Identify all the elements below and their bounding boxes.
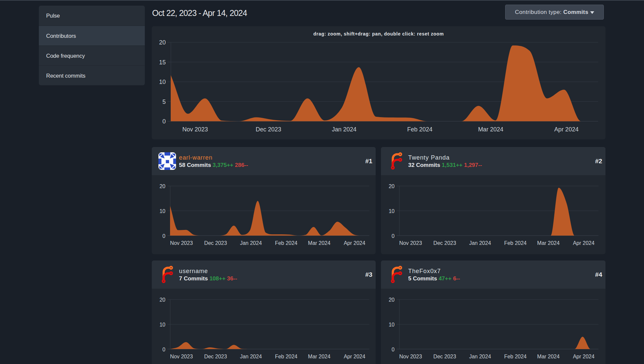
- svg-text:20: 20: [389, 183, 395, 189]
- svg-text:Feb 2024: Feb 2024: [504, 354, 527, 359]
- svg-text:0: 0: [162, 233, 165, 239]
- svg-text:Jan 2024: Jan 2024: [240, 240, 262, 246]
- svg-text:Feb 2024: Feb 2024: [407, 126, 432, 133]
- svg-text:Apr 2024: Apr 2024: [573, 354, 595, 359]
- svg-text:Apr 2024: Apr 2024: [554, 126, 579, 133]
- svg-text:0: 0: [392, 347, 395, 352]
- svg-text:0: 0: [162, 347, 165, 352]
- svg-text:Jan 2024: Jan 2024: [469, 240, 491, 246]
- svg-text:Nov 2023: Nov 2023: [399, 240, 422, 246]
- svg-text:Mar 2024: Mar 2024: [537, 354, 560, 359]
- svg-text:0: 0: [392, 233, 395, 239]
- svg-text:Feb 2024: Feb 2024: [275, 240, 298, 246]
- svg-text:20: 20: [159, 183, 165, 189]
- svg-text:Dec 2023: Dec 2023: [204, 240, 227, 246]
- svg-text:Jan 2024: Jan 2024: [332, 126, 356, 133]
- svg-text:Mar 2024: Mar 2024: [308, 354, 330, 359]
- svg-text:10: 10: [159, 208, 165, 214]
- svg-text:Nov 2023: Nov 2023: [182, 126, 208, 133]
- svg-text:Nov 2023: Nov 2023: [170, 240, 193, 246]
- svg-text:10: 10: [389, 208, 395, 214]
- svg-text:5: 5: [162, 99, 166, 105]
- svg-text:Apr 2024: Apr 2024: [573, 240, 595, 246]
- svg-text:20: 20: [389, 297, 395, 303]
- svg-text:Dec 2023: Dec 2023: [433, 354, 456, 359]
- svg-text:10: 10: [159, 322, 165, 328]
- svg-text:Mar 2024: Mar 2024: [537, 240, 560, 246]
- svg-text:Dec 2023: Dec 2023: [256, 126, 281, 133]
- svg-text:Feb 2024: Feb 2024: [504, 240, 527, 246]
- svg-text:Dec 2023: Dec 2023: [204, 354, 227, 359]
- svg-text:Apr 2024: Apr 2024: [344, 354, 365, 359]
- svg-text:Mar 2024: Mar 2024: [478, 126, 503, 133]
- svg-text:Jan 2024: Jan 2024: [240, 354, 262, 359]
- svg-text:Apr 2024: Apr 2024: [344, 240, 365, 246]
- svg-text:Feb 2024: Feb 2024: [275, 354, 298, 359]
- svg-text:Jan 2024: Jan 2024: [469, 354, 491, 359]
- svg-text:20: 20: [159, 39, 166, 46]
- svg-text:Nov 2023: Nov 2023: [399, 354, 422, 359]
- svg-text:Dec 2023: Dec 2023: [433, 240, 456, 246]
- svg-text:10: 10: [159, 79, 166, 85]
- svg-text:20: 20: [159, 297, 165, 303]
- svg-text:15: 15: [159, 59, 166, 66]
- svg-text:0: 0: [162, 118, 166, 125]
- svg-text:Mar 2024: Mar 2024: [308, 240, 330, 246]
- svg-text:Nov 2023: Nov 2023: [170, 354, 193, 359]
- svg-text:10: 10: [389, 322, 395, 328]
